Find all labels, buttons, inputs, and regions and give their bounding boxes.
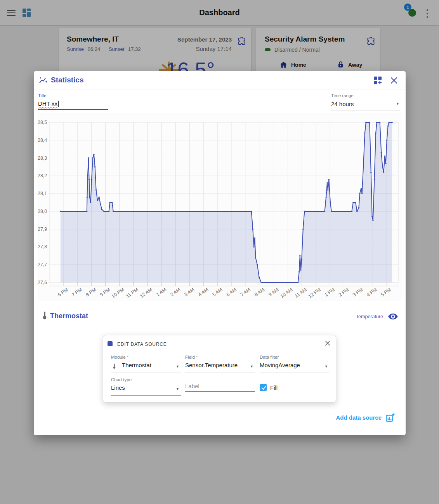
edit-dialog-close-icon[interactable] (324, 340, 331, 347)
add-data-source-label: Add data source (336, 414, 382, 421)
title-input-underline (38, 109, 108, 110)
svg-text:2 AM: 2 AM (169, 287, 181, 298)
svg-text:10 PM: 10 PM (111, 287, 125, 299)
svg-text:8 AM: 8 AM (253, 287, 265, 298)
svg-text:9 PM: 9 PM (99, 287, 111, 298)
edit-dialog-title: EDIT DATA SOURCE (117, 342, 167, 347)
chevron-down-icon: ▼ (396, 102, 399, 106)
thermometer-icon (111, 363, 118, 370)
chevron-down-icon: ▼ (176, 387, 179, 391)
field-select[interactable]: Field * Sensor.Temperature ▼ (185, 355, 255, 373)
chevron-down-icon: ▼ (176, 364, 179, 368)
data-filter-value: MovingAverage (260, 362, 300, 368)
chart-type-label: Chart type (111, 377, 181, 382)
chart-type-select[interactable]: Chart type Lines ▼ (111, 377, 181, 396)
label-field (185, 380, 255, 392)
svg-text:27,7: 27,7 (38, 262, 47, 267)
data-source-color-swatch (108, 341, 113, 346)
time-range-value: 24 hours (331, 101, 400, 107)
svg-text:11 PM: 11 PM (125, 287, 139, 299)
label-input[interactable] (185, 380, 253, 389)
title-input[interactable]: Title DHT-xx (38, 93, 108, 110)
stats-chart-svg: 28,528,428,328,228,128,027,927,827,727,6… (38, 113, 402, 301)
chevron-down-icon: ▼ (250, 364, 253, 368)
svg-text:9 AM: 9 AM (267, 287, 279, 298)
text-caret (58, 101, 59, 107)
svg-text:28,4: 28,4 (38, 138, 47, 143)
add-widget-icon[interactable] (373, 76, 382, 85)
svg-text:27,6: 27,6 (38, 280, 47, 285)
module-label: Module * (111, 355, 181, 359)
time-range-select[interactable]: Time range 24 hours ▼ (331, 93, 400, 110)
eye-icon (388, 311, 398, 322)
svg-text:12 AM: 12 AM (139, 287, 153, 299)
svg-text:3 PM: 3 PM (352, 287, 364, 298)
chart-type-value: Lines (111, 384, 125, 391)
fill-label: Fill (270, 384, 278, 391)
svg-text:1 PM: 1 PM (323, 287, 336, 298)
svg-text:28,5: 28,5 (38, 120, 47, 125)
svg-text:27,8: 27,8 (38, 244, 47, 249)
svg-text:28,2: 28,2 (38, 173, 47, 178)
svg-text:4 AM: 4 AM (197, 287, 209, 298)
chart-plus-icon (386, 413, 395, 422)
svg-text:28,1: 28,1 (38, 191, 47, 196)
svg-text:5 AM: 5 AM (212, 287, 224, 298)
dialog-header: Statistics (34, 71, 406, 89)
svg-text:28,0: 28,0 (38, 209, 47, 214)
svg-text:4 PM: 4 PM (366, 287, 378, 298)
dialog-title: Statistics (51, 76, 83, 84)
module-value: Thermostat (122, 362, 151, 368)
svg-text:2 PM: 2 PM (338, 287, 350, 298)
svg-text:7 PM: 7 PM (71, 287, 83, 298)
dialog-close-icon[interactable] (389, 76, 399, 85)
svg-text:12 PM: 12 PM (307, 287, 322, 299)
svg-text:8 PM: 8 PM (85, 287, 97, 298)
temperature-chart: 28,528,428,328,228,128,027,927,827,727,6… (38, 113, 402, 301)
series-visibility-toggle[interactable]: Temperature (356, 311, 398, 322)
title-input-label: Title (38, 93, 108, 98)
fill-checkbox[interactable] (260, 384, 267, 391)
svg-text:1 AM: 1 AM (155, 287, 167, 298)
title-input-value: DHT-xx (38, 100, 57, 107)
statistics-dialog: Statistics Title DHT-xx Time range 24 ho… (34, 71, 406, 435)
edit-data-source-dialog: EDIT DATA SOURCE Module * Thermostat ▼ F… (103, 335, 336, 403)
field-value: Sensor.Temperature (185, 362, 238, 368)
field-label: Field * (185, 355, 255, 359)
data-filter-select[interactable]: Data filter MovingAverage ▼ (260, 355, 330, 373)
svg-text:27,9: 27,9 (38, 227, 47, 232)
svg-text:5 PM: 5 PM (380, 287, 392, 298)
svg-text:10 AM: 10 AM (279, 287, 294, 299)
svg-text:28,3: 28,3 (38, 155, 47, 161)
add-data-source-button[interactable]: Add data source (336, 413, 395, 422)
chevron-down-icon: ▼ (324, 364, 328, 368)
time-range-underline (331, 110, 400, 110)
time-range-label: Time range (331, 93, 400, 98)
data-filter-label: Data filter (260, 355, 330, 359)
module-select[interactable]: Module * Thermostat ▼ (111, 355, 181, 373)
svg-text:6 PM: 6 PM (57, 287, 69, 298)
svg-text:7 AM: 7 AM (239, 287, 252, 298)
svg-text:6 AM: 6 AM (226, 287, 238, 298)
datasource-row: Thermostat Temperature (34, 309, 406, 325)
svg-text:11 AM: 11 AM (294, 287, 308, 299)
statistics-icon (39, 76, 48, 85)
thermometer-icon (40, 310, 50, 321)
series-name: Temperature (356, 314, 383, 319)
svg-text:3 AM: 3 AM (183, 287, 195, 298)
datasource-device-name: Thermostat (50, 312, 88, 320)
